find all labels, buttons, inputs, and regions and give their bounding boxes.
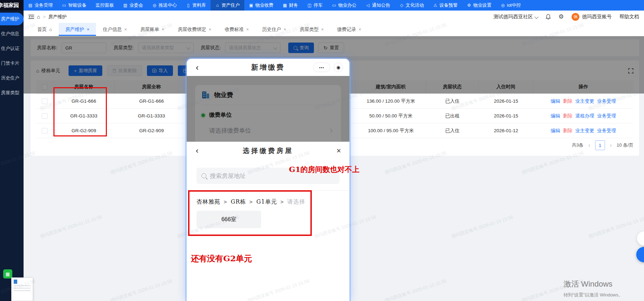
top-nav-item[interactable]: ▣ 物业收费 xyxy=(244,0,278,11)
sidebar-item[interactable]: 门禁卡片 xyxy=(0,57,24,70)
business-accept-link[interactable]: 业务受理 xyxy=(597,128,616,134)
app-screen: 幸福家园 ▤ 业务受理 ▭ 智能设备 监控面板 ▥ 业委会 ◎ xyxy=(0,0,644,301)
top-nav-item[interactable]: ▤ 业务受理 xyxy=(24,0,57,11)
owner-change-link[interactable]: 业主变更 xyxy=(575,98,594,104)
top-nav-item[interactable]: ▯ 资料库 xyxy=(181,0,211,11)
tab-close-icon[interactable]: × xyxy=(359,27,361,32)
chevron-down-icon xyxy=(534,15,538,19)
page-tab[interactable]: 首页 ⌂ × xyxy=(31,23,59,36)
gear-icon[interactable]: ⚙ xyxy=(559,13,564,20)
header-bar: ⌂ 资产住户 > 房产维护 测试德玛西亚社区 ⚙ 德 德玛西亚账号 帮助文档 xyxy=(24,11,644,23)
top-nav-item[interactable]: ◇ 文化活动 xyxy=(395,0,429,11)
more-options-icon[interactable]: ••• xyxy=(313,63,330,72)
page-tab[interactable]: 收费标准 ⌂ × xyxy=(218,23,256,36)
delete-link[interactable]: 删除 xyxy=(563,113,573,119)
watermark-text: 德玛西亚账号 2026-01-15 15:56 xyxy=(588,214,644,240)
community-crumb[interactable]: 杏林雅苑 xyxy=(197,198,220,205)
unit-crumb[interactable]: G1单元 xyxy=(256,198,277,205)
row-checkbox[interactable] xyxy=(42,98,47,104)
page-tab[interactable]: 房屋账单 ⌂ × xyxy=(134,23,171,36)
business-accept-link[interactable]: 业务受理 xyxy=(597,113,616,119)
nav-item-icon: ⌂ xyxy=(215,3,220,8)
minimize-target-icon[interactable]: ◉ xyxy=(334,63,343,72)
nav-item-label: 业务受理 xyxy=(34,2,53,8)
floating-white-button[interactable] xyxy=(637,231,644,245)
delete-link[interactable]: 删除 xyxy=(563,128,573,134)
add-payment-modal: ‹ 新增缴费 ••• ◉ 物业费 xyxy=(187,59,349,301)
bell-icon[interactable] xyxy=(546,14,551,20)
tab-close-icon[interactable]: × xyxy=(124,27,127,32)
row-checkbox[interactable] xyxy=(42,128,47,134)
page-size-select[interactable]: 10 条/页 xyxy=(617,142,633,148)
page-tab[interactable]: 房屋收费绑定 ⌂ × xyxy=(171,23,218,36)
tab-close-icon[interactable]: × xyxy=(284,27,286,32)
top-nav-item[interactable]: 监控面板 xyxy=(91,0,118,11)
breadcrumb-separator: > xyxy=(43,14,46,19)
top-nav-item[interactable]: ▭ 物业办公 xyxy=(327,0,361,11)
top-nav-item[interactable]: ◁ 通知公告 xyxy=(361,0,395,11)
top-nav-item[interactable]: ▦ 财务 xyxy=(278,0,303,11)
tab-label: 住户信息 xyxy=(103,26,122,33)
room-button[interactable]: 666室 xyxy=(197,211,261,228)
page-tab[interactable]: 缴费记录 ⌂ × xyxy=(330,23,368,36)
edit-link[interactable]: 编辑 xyxy=(551,128,560,134)
page-tab[interactable]: 房产维护 ⌂ × xyxy=(59,23,96,36)
top-nav-item[interactable]: ◫ 停车 xyxy=(303,0,327,11)
tab-close-icon[interactable]: × xyxy=(87,27,90,32)
tab-close-icon[interactable]: × xyxy=(246,27,249,32)
back-icon[interactable]: ‹ xyxy=(196,63,199,72)
floating-blue-button[interactable] xyxy=(636,247,644,262)
menu-fold-icon[interactable] xyxy=(28,14,34,19)
business-accept-link[interactable]: 业务受理 xyxy=(597,98,616,104)
tab-label: 房屋账单 xyxy=(140,26,159,33)
nav-item-icon: ▦ xyxy=(283,3,287,8)
top-nav-item[interactable]: ◎ iot中控 xyxy=(496,0,526,11)
top-nav-item[interactable]: ◎ 推送中心 xyxy=(148,0,181,11)
row-checkbox[interactable] xyxy=(42,113,47,119)
watermark-text: 德玛西亚账号 2026-01-15 15:56 xyxy=(384,278,447,301)
page-tab[interactable]: 历史住户 ⌂ × xyxy=(256,23,293,36)
sidebar-item[interactable]: 房屋类型 xyxy=(0,87,24,99)
nav-item-label: 物业设置 xyxy=(473,2,491,8)
tab-close-icon[interactable]: × xyxy=(162,27,165,32)
edit-link[interactable]: 编辑 xyxy=(551,113,560,119)
tab-close-icon[interactable]: × xyxy=(209,27,212,32)
sidebar-item[interactable]: 历史住户 xyxy=(0,72,24,84)
close-icon[interactable]: × xyxy=(336,147,341,155)
account-menu[interactable]: 德 德玛西亚账号 xyxy=(572,13,612,21)
nav-item-label: 物业收费 xyxy=(255,2,273,8)
edit-link[interactable]: 编辑 xyxy=(551,98,560,104)
nav-item-icon: ▯ xyxy=(186,3,191,8)
top-nav-item[interactable]: ▭ 智能设备 xyxy=(57,0,91,11)
top-nav-item[interactable]: ▥ 业委会 xyxy=(118,0,148,11)
nav-item-label: 停车 xyxy=(314,2,323,8)
top-nav-item[interactable]: ⚙ 物业设置 xyxy=(462,0,496,11)
sidebar-item[interactable]: 住户信息 xyxy=(0,27,24,40)
prev-page-icon[interactable]: ‹ xyxy=(588,142,591,148)
cell-house-full-name: GR-G1-666 xyxy=(115,94,188,108)
page-number[interactable]: 1 xyxy=(595,140,605,150)
house-address-search[interactable]: 搜索房屋地址 xyxy=(197,168,340,184)
tab-label: 房屋收费绑定 xyxy=(178,26,206,33)
back-icon[interactable]: ‹ xyxy=(196,147,198,155)
page-tab[interactable]: 房屋类型 ⌂ × xyxy=(293,23,330,36)
top-nav-item[interactable]: ⌂ 资产住户 xyxy=(211,0,244,11)
sidebar-item[interactable]: 房产维护 xyxy=(0,13,24,25)
tab-strip: 首页 ⌂ × 房产维护 ⌂ × 住户信息 ⌂ × 房屋账单 ⌂ × xyxy=(24,23,644,36)
select-house-sheet: ‹ 选择缴费房屋 × 搜索房屋地址 杏林雅苑 ＞ GR栋 ＞ G1单元 ＞ 请选… xyxy=(187,142,349,301)
nav-item-label: 推送中心 xyxy=(159,2,177,8)
page-tab[interactable]: 住户信息 ⌂ × xyxy=(96,23,134,36)
tab-close-icon[interactable]: × xyxy=(321,27,324,32)
help-link[interactable]: 帮助文档 xyxy=(619,14,639,20)
owner-change-link[interactable]: 业主变更 xyxy=(575,128,594,134)
nav-item-label: 财务 xyxy=(289,2,298,8)
top-nav-item[interactable]: ⚠ 设备预警 xyxy=(429,0,462,11)
building-crumb[interactable]: GR栋 xyxy=(231,198,246,205)
community-selector[interactable]: 测试德玛西亚社区 xyxy=(494,14,538,20)
breadcrumb-current: 房产维护 xyxy=(49,14,67,20)
sidebar-item[interactable]: 住户认证 xyxy=(0,42,24,55)
next-page-icon[interactable]: › xyxy=(609,142,612,148)
home-icon[interactable]: ⌂ xyxy=(37,14,40,20)
delete-link[interactable]: 删除 xyxy=(563,98,573,104)
owner-change-link[interactable]: 退租办理 xyxy=(575,113,594,119)
